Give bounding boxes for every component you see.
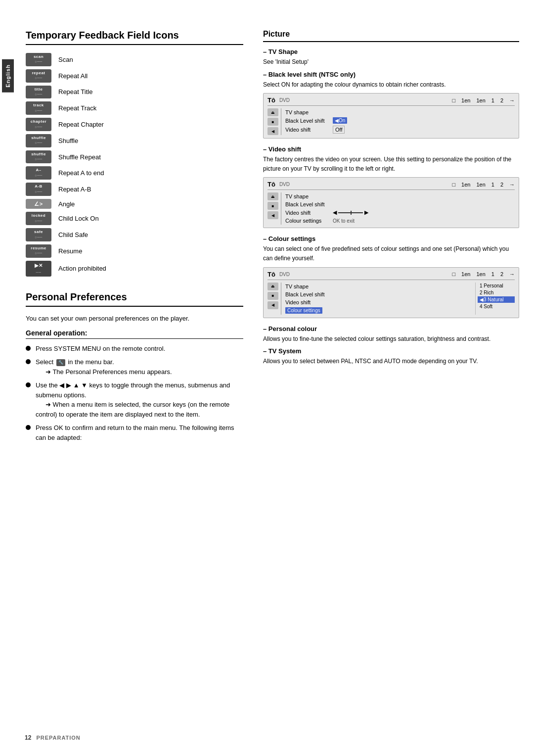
dvd-top-icon-len2: 1en bbox=[476, 97, 485, 103]
dvd-slider-marker bbox=[351, 211, 352, 215]
icon-label-repeat-title: Repeat Title bbox=[58, 88, 92, 95]
dvd-back-icon-3: ◀ bbox=[267, 301, 278, 309]
icon-badge-angle: ∠> bbox=[26, 199, 51, 209]
dvd-row-tv-shape-1: TV shape bbox=[285, 108, 515, 116]
icon-label-repeat-chapter: Repeat Chapter bbox=[58, 121, 104, 128]
colour-settings-heading: Colour settings bbox=[263, 235, 519, 242]
dvd-main-1: TV shape Black Level shift ◀On Video shi… bbox=[281, 108, 515, 135]
sub-bullet-2: ➜ The Personal Preferences menu appears. bbox=[36, 368, 172, 376]
icon-label-child-safe: Child Safe bbox=[58, 231, 88, 238]
subsec-video-shift: Video shift The factory centres the vide… bbox=[263, 145, 519, 228]
icon-badge-child-safe: safe○── bbox=[26, 228, 51, 241]
bullet-text-3: Use the ◀ ▶ ▲ ▼ keys to toggle through t… bbox=[36, 380, 243, 419]
general-operation-title: General operation: bbox=[26, 329, 243, 339]
dvd-label-black-level-3: Black Level shift bbox=[285, 291, 330, 297]
icon-label-action-prohibited: Action prohibited bbox=[58, 265, 106, 272]
icon-row-angle: ∠> Angle bbox=[26, 199, 243, 209]
subsec-tv-system: TV System Allows you to select between P… bbox=[263, 347, 519, 366]
dvd-top-icon-box2: □ bbox=[452, 182, 455, 188]
icon-badge-repeat-track: track○── bbox=[26, 101, 51, 115]
dvd-top-icons-1: □ 1en 1en 1 2 → bbox=[452, 97, 515, 103]
dvd-left-icons-1: ⏏ ■ ◀ bbox=[267, 108, 281, 135]
dvd-row-video-shift-3: Video shift bbox=[285, 298, 473, 306]
preferences-section: Personal Preferences You can set your ow… bbox=[26, 291, 243, 443]
dvd-top-icon-1: 1 bbox=[491, 97, 494, 103]
icon-badge-shuffle-repeat: shuffle○── bbox=[26, 150, 51, 164]
dvd-left-icons-2: ⏏ ■ ◀ bbox=[267, 192, 281, 225]
picture-section: Picture TV Shape See 'Initial Setup' Bla… bbox=[263, 30, 519, 366]
dvd-label-3: DVD bbox=[279, 272, 290, 277]
dvd-label-black-level: Black Level shift bbox=[285, 118, 330, 124]
black-level-heading: Black level shift (NTSC only) bbox=[263, 71, 519, 78]
icon-row-repeat-a-end: A–○── Repeat A to end bbox=[26, 166, 243, 180]
icon-row-shuffle-repeat: shuffle○── Shuffle Repeat bbox=[26, 150, 243, 164]
icon-badge-scan: scan○── bbox=[26, 53, 51, 66]
icon-label-repeat-a-end: Repeat A to end bbox=[58, 169, 104, 177]
dvd-main-3: TV shape Black Level shift Video shift C… bbox=[281, 283, 515, 315]
dvd-top-icon-len2c: 1en bbox=[476, 271, 485, 277]
icon-badge-repeat-a-end: A–○── bbox=[26, 166, 51, 180]
dvd-row-tv-shape-3: TV shape bbox=[285, 283, 473, 290]
bullet-item-1: Press SYSTEM MENU on the remote control. bbox=[26, 344, 243, 354]
dvd-row-video-shift-1: Video shift Off bbox=[285, 125, 515, 135]
icon-badge-repeat-all: repeat○── bbox=[26, 69, 51, 83]
icon-label-scan: Scan bbox=[58, 56, 73, 63]
dvd-top-icon-1b: 1 bbox=[491, 182, 494, 188]
icon-badge-resume: resume○── bbox=[26, 244, 51, 258]
subsec-tv-shape: TV Shape See 'Initial Setup' bbox=[263, 48, 519, 67]
dvd-icon-label-2: Tô bbox=[267, 181, 275, 188]
dvd-label-video-shift-2: Video shift bbox=[285, 210, 330, 216]
icon-badge-repeat-chapter: chapter○── bbox=[26, 118, 51, 131]
dvd-square-icon-3: ■ bbox=[267, 292, 278, 300]
dvd-value-rich: 2 Rich bbox=[478, 289, 515, 296]
personal-colour-heading: Personal colour bbox=[263, 325, 519, 332]
section-title-icons: Temporary Feedback Field Icons bbox=[26, 30, 243, 45]
dvd-row-black-level-2: Black Level shift bbox=[285, 200, 515, 208]
dvd-square-icon: ■ bbox=[267, 118, 278, 126]
preferences-intro: You can set your own personal preference… bbox=[26, 315, 243, 322]
dvd-value-off: Off bbox=[333, 126, 345, 134]
bullet-dot-1 bbox=[26, 346, 31, 351]
bullet-dot-2 bbox=[26, 359, 31, 364]
page-footer: 12 Preparation bbox=[25, 734, 81, 741]
dvd-arrow-right: ▶ bbox=[364, 209, 368, 216]
dvd-label-tv-shape-2: TV shape bbox=[285, 193, 330, 199]
dvd-back-icon: ◀ bbox=[267, 127, 278, 135]
right-column: Picture TV Shape See 'Initial Setup' Bla… bbox=[258, 20, 534, 736]
dvd-top-bar-2: Tô DVD □ 1en 1en 1 2 → bbox=[267, 181, 515, 190]
icon-row-action-prohibited: ▶✕── Action prohibited bbox=[26, 261, 243, 277]
dvd-label-tv-shape-3: TV shape bbox=[285, 284, 330, 289]
dvd-top-icon-len1c: 1en bbox=[461, 271, 470, 277]
dvd-slider-line bbox=[338, 212, 363, 213]
dvd-row-tv-shape-2: TV shape bbox=[285, 192, 515, 200]
icon-badge-shuffle: shuffle○── bbox=[26, 134, 51, 147]
icon-label-shuffle: Shuffle bbox=[58, 137, 78, 144]
bullet-text-4: Press OK to confirm and return to the ma… bbox=[36, 423, 243, 442]
dvd-colour-value-list: 1 Personal 2 Rich ◀3 Natural 4 Soft bbox=[475, 283, 515, 315]
icon-label-repeat-all: Repeat All bbox=[58, 72, 88, 80]
dvd-top-icon-box3: □ bbox=[452, 271, 455, 277]
colour-settings-body: You can select one of five predefined se… bbox=[263, 244, 519, 263]
side-tab-label: English bbox=[2, 59, 14, 93]
dvd-rows-2: ⏏ ■ ◀ TV shape Black Level shift bbox=[267, 192, 515, 225]
icon-row-repeat-track: track○── Repeat Track bbox=[26, 101, 243, 115]
dvd-label-1: DVD bbox=[279, 97, 290, 103]
icon-row-repeat-chapter: chapter○── Repeat Chapter bbox=[26, 118, 243, 131]
dvd-value-personal: 1 Personal bbox=[478, 283, 515, 289]
tv-system-body: Allows you to select between PAL, NTSC a… bbox=[263, 357, 519, 366]
dvd-screen-colour-settings: Tô DVD □ 1en 1en 1 2 → ⏏ bbox=[263, 267, 519, 318]
icon-row-resume: resume○── Resume bbox=[26, 244, 243, 258]
dvd-top-icon-2: 2 bbox=[500, 97, 503, 103]
dvd-row-black-level-shift: Black Level shift ◀On bbox=[285, 116, 515, 125]
dvd-top-bar-1: Tô DVD □ 1en 1en 1 2 → bbox=[267, 96, 515, 106]
icons-list: scan○── Scan repeat○── Repeat All title○… bbox=[26, 53, 243, 277]
dvd-top-icon-len2b: 1en bbox=[476, 182, 485, 188]
sub-bullet-3: ➜ When a menu item is selected, the curs… bbox=[36, 401, 229, 418]
icon-label-child-lock: Child Lock On bbox=[58, 215, 99, 222]
icon-label-angle: Angle bbox=[58, 200, 75, 208]
icon-row-shuffle: shuffle○── Shuffle bbox=[26, 134, 243, 147]
dvd-ok-exit-label: OK to exit bbox=[333, 218, 355, 224]
dvd-top-bar-3: Tô DVD □ 1en 1en 1 2 → bbox=[267, 271, 515, 280]
dvd-arrow-left: ◀ bbox=[333, 209, 337, 216]
video-shift-body: The factory centres the video on your sc… bbox=[263, 155, 519, 173]
